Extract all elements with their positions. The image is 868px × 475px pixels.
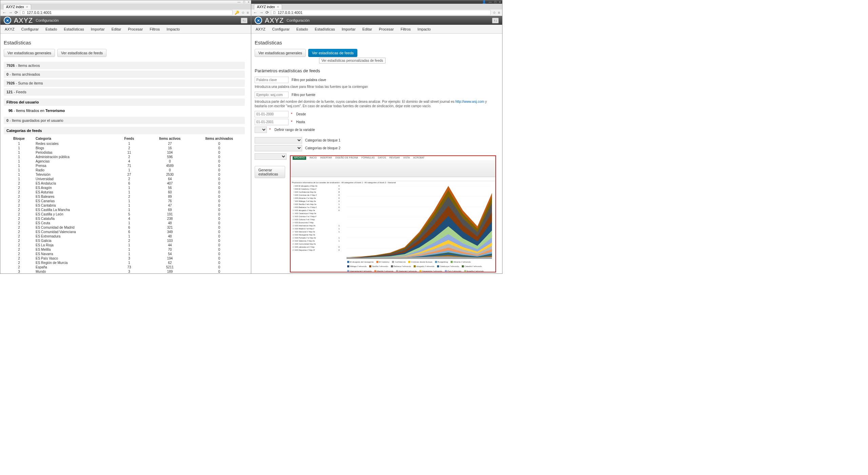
right-browser-window: 👤 — □ × AXYZ index × ← → ⟳ 🗋 127.0.0.1:4…: [251, 0, 502, 274]
btn-stats-general[interactable]: Ver estadísticas generales: [255, 49, 306, 57]
logo-icon: ✕: [255, 17, 262, 24]
user-icon[interactable]: 👤: [482, 0, 486, 4]
back-icon[interactable]: ←: [253, 10, 257, 15]
nav-axyz[interactable]: AXYZ: [253, 25, 269, 33]
cat-block2-select[interactable]: [255, 145, 302, 151]
source-label: Filtro por fuente: [292, 93, 315, 97]
range-label: Definir rango de la variable: [274, 128, 315, 132]
star-icon[interactable]: ☆: [241, 11, 245, 15]
browser-tab[interactable]: AXYZ index ×: [3, 4, 31, 10]
excel-chart: El abogado del naveganteEl CatalunyConfi…: [343, 184, 495, 272]
range-select[interactable]: [255, 127, 267, 133]
max-icon[interactable]: □: [243, 0, 245, 4]
cat-block1-select[interactable]: [255, 137, 302, 144]
legend-item: Madrid // elmundo: [374, 269, 393, 272]
excel-tab[interactable]: VISTA: [403, 156, 410, 160]
table-row: 2ES Melilla1700: [4, 247, 245, 252]
sort-toggle-icon[interactable]: ↑↓: [492, 18, 499, 23]
max-icon[interactable]: □: [494, 0, 496, 4]
excel-header-row: Producción informativa de los canales de…: [291, 181, 495, 184]
nav-menu: AXYZConfigurarEstadoEstadísticasImportar…: [251, 25, 502, 34]
nav-configurar[interactable]: Configurar: [269, 25, 293, 33]
nav-axyz[interactable]: AXYZ: [2, 25, 18, 33]
btn-stats-feeds[interactable]: Ver estadísticas de feeds: [57, 49, 106, 57]
menu-icon[interactable]: ≡: [498, 11, 500, 15]
source-help: Introduzca parte del nombre del dominio …: [255, 99, 496, 108]
excel-tab[interactable]: INICIO: [310, 156, 317, 160]
generate-stats-button[interactable]: Generar estadísticas: [255, 166, 285, 178]
nav-menu: AXYZConfigurarEstadoEstadísticasImportar…: [0, 25, 251, 34]
excel-row: 8ES Sevilla // eln http://e1: [291, 203, 342, 206]
cat-block2-label: Categorías de bloque 2: [305, 146, 340, 150]
nav-configurar[interactable]: Configurar: [18, 25, 42, 33]
nav-filtros[interactable]: Filtros: [397, 25, 414, 33]
nav-estadísticas[interactable]: Estadísticas: [61, 25, 87, 33]
nav-procesar[interactable]: Procesar: [376, 25, 397, 33]
table-row: 1Radio100: [4, 168, 245, 172]
close-icon[interactable]: ×: [248, 0, 250, 4]
min-icon[interactable]: —: [237, 0, 240, 4]
excel-tab[interactable]: INSERTAR: [320, 156, 332, 160]
excel-row: 4ES Confidencia http://e8: [291, 191, 342, 194]
wsj-link[interactable]: http://www.wsj.com: [455, 100, 484, 103]
excel-row: 20ES Valencia // http://e1: [291, 240, 342, 243]
excel-row: 14ES Economía // http:: [291, 221, 342, 224]
excel-tab[interactable]: FÓRMULAS: [361, 156, 375, 160]
nav-editar[interactable]: Editar: [108, 25, 124, 33]
extra-select[interactable]: [255, 153, 287, 160]
nav-importar[interactable]: Importar: [88, 25, 108, 33]
feedcat-table: Bloque Categoría Feeds Items activos Ite…: [4, 136, 245, 273]
browser-tab[interactable]: AXYZ index ×: [254, 4, 282, 10]
sort-toggle-icon[interactable]: ↑↓: [241, 18, 248, 23]
forward-icon[interactable]: →: [259, 10, 263, 15]
nav-filtros[interactable]: Filtros: [146, 25, 163, 33]
reload-icon[interactable]: ⟳: [15, 10, 18, 15]
legend-item: Port // elmundo: [445, 269, 461, 272]
legend-item: Budgetblog: [435, 260, 448, 264]
keyword-help: Introduzca una palabra clave para filtra…: [255, 84, 496, 89]
nav-impacto[interactable]: Impacto: [163, 25, 183, 33]
source-input[interactable]: [255, 92, 289, 98]
excel-tab[interactable]: DATOS: [378, 156, 386, 160]
nav-editar[interactable]: Editar: [359, 25, 375, 33]
url-input[interactable]: 🗋 127.0.0.1:4001: [271, 10, 491, 15]
from-date-input[interactable]: [255, 111, 289, 117]
back-icon[interactable]: ←: [2, 10, 6, 15]
password-icon[interactable]: 🔑: [235, 11, 239, 15]
table-row: 2ES Cantabria1470: [4, 203, 245, 208]
excel-tab[interactable]: REVISAR: [389, 156, 400, 160]
stat-line: 0 - Items archivados: [4, 71, 245, 78]
excel-preview: ARCHIVOINICIOINSERTARDISEÑO DE PÁGINAFÓR…: [290, 155, 496, 272]
btn-stats-general[interactable]: Ver estadísticas generales: [4, 49, 55, 57]
star-icon[interactable]: ☆: [493, 11, 496, 15]
keyword-input[interactable]: [255, 77, 289, 83]
col-categoria: Categoría: [34, 136, 112, 141]
menu-icon[interactable]: ≡: [247, 11, 249, 15]
nav-estadísticas[interactable]: Estadísticas: [312, 25, 338, 33]
table-row: 2ES Asturias1600: [4, 190, 245, 194]
tab-close-icon[interactable]: ×: [26, 5, 28, 9]
legend-item: Catedrá // elmundo: [462, 265, 482, 269]
nav-procesar[interactable]: Procesar: [125, 25, 146, 33]
nav-estado[interactable]: Estado: [293, 25, 311, 33]
required-icon: *: [291, 120, 292, 124]
min-icon[interactable]: —: [489, 0, 492, 4]
close-icon[interactable]: ×: [499, 0, 501, 4]
legend-item: Crónicas desde Europa: [408, 260, 432, 264]
area-chart-svg: [347, 186, 492, 259]
nav-estado[interactable]: Estado: [42, 25, 60, 33]
excel-row: 10ES abogado // http://e0: [291, 209, 342, 212]
excel-row: 5ES Crónicas de // http://0: [291, 194, 342, 197]
tab-close-icon[interactable]: ×: [277, 5, 279, 9]
excel-tab[interactable]: ACROBAT: [413, 156, 425, 160]
to-date-input[interactable]: [255, 119, 289, 125]
excel-tab[interactable]: ARCHIVO: [293, 156, 306, 160]
url-input[interactable]: 🗋 127.0.0.1:4001: [20, 10, 233, 15]
nav-impacto[interactable]: Impacto: [414, 25, 434, 33]
excel-tab[interactable]: DISEÑO DE PÁGINA: [335, 156, 358, 160]
forward-icon[interactable]: →: [8, 10, 13, 15]
reload-icon[interactable]: ⟳: [265, 10, 269, 15]
to-label: Hasta: [296, 120, 305, 124]
btn-stats-feeds[interactable]: Ver estadísticas de feeds: [308, 49, 357, 57]
nav-importar[interactable]: Importar: [339, 25, 359, 33]
